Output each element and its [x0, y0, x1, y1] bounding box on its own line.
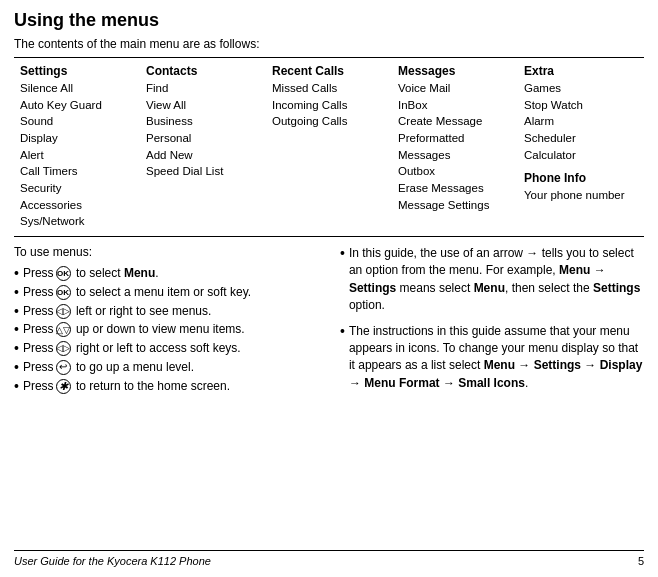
list-item: • Press ↩ to go up a menu level.: [14, 359, 318, 376]
settings-item: Security: [20, 180, 134, 197]
page-title: Using the menus: [14, 10, 644, 31]
messages-item: InBox: [398, 97, 512, 114]
messages-item: Erase Messages: [398, 180, 512, 197]
footer-left-text: User Guide for the Kyocera K112 Phone: [14, 555, 211, 567]
extra-item: Games: [524, 80, 638, 97]
action-text: to select a menu item or soft key.: [73, 284, 252, 301]
to-use-menus-label: To use menus:: [14, 245, 318, 259]
subtitle: The contents of the main menu are as fol…: [14, 37, 644, 51]
bullet-symbol: •: [14, 378, 19, 395]
contacts-item: Speed Dial List: [146, 163, 260, 180]
nav-ud-icon: △▽: [56, 322, 71, 337]
recent-calls-item: Outgoing Calls: [272, 113, 386, 130]
action-text: to return to the home screen.: [73, 378, 230, 395]
bullet-symbol: •: [340, 245, 345, 262]
bullet-symbol: •: [14, 340, 19, 357]
list-item-content: Press OK to select Menu.: [23, 265, 159, 282]
contacts-header: Contacts: [146, 64, 260, 78]
menu-col-contacts: Contacts Find View All Business Personal…: [140, 64, 266, 230]
phone-info-item: Your phone number: [524, 187, 638, 204]
settings-header: Settings: [20, 64, 134, 78]
right-bullet-list: • In this guide, the use of an arrow → t…: [340, 245, 644, 392]
list-item-content: Press OK to select a menu item or soft k…: [23, 284, 251, 301]
list-item-content: Press ◁▷ left or right to see menus.: [23, 303, 211, 320]
bullet-symbol: •: [14, 265, 19, 282]
messages-header: Messages: [398, 64, 512, 78]
action-text: up or down to view menu items.: [73, 321, 245, 338]
settings-item: Accessories: [20, 197, 134, 214]
press-label: Press: [23, 321, 54, 338]
footer-bar: User Guide for the Kyocera K112 Phone 5: [14, 550, 644, 567]
main-content: To use menus: • Press OK to select Menu.…: [14, 245, 644, 550]
list-item: • Press OK to select a menu item or soft…: [14, 284, 318, 301]
bullet-symbol: •: [14, 284, 19, 301]
bullet-list: • Press OK to select Menu. • Press OK to…: [14, 265, 318, 395]
settings-item: Display: [20, 130, 134, 147]
ok-icon: OK: [56, 266, 71, 281]
recent-calls-header: Recent Calls: [272, 64, 386, 78]
contacts-item: Personal: [146, 130, 260, 147]
messages-item: Preformatted Messages: [398, 130, 512, 163]
messages-item: Create Message: [398, 113, 512, 130]
extra-header: Extra: [524, 64, 638, 78]
press-label: Press: [23, 303, 54, 320]
footer-page-number: 5: [638, 555, 644, 567]
bullet-symbol: •: [14, 359, 19, 376]
settings-item: Alert: [20, 147, 134, 164]
list-item-content: Press ↩ to go up a menu level.: [23, 359, 194, 376]
settings-item: Call Timers: [20, 163, 134, 180]
list-item: • Press △▽ up or down to view menu items…: [14, 321, 318, 338]
press-label: Press: [23, 284, 54, 301]
phone-info-header: Phone Info: [524, 171, 638, 185]
list-item-content: Press ✱ to return to the home screen.: [23, 378, 230, 395]
menu-col-extra: Extra Games Stop Watch Alarm Scheduler C…: [518, 64, 644, 230]
settings-item: Sys/Network: [20, 213, 134, 230]
action-text: right or left to access soft keys.: [73, 340, 241, 357]
list-item-content: Press ◁▷ right or left to access soft ke…: [23, 340, 241, 357]
bullet-symbol: •: [14, 321, 19, 338]
extra-item: Calculator: [524, 147, 638, 164]
contacts-item: View All: [146, 97, 260, 114]
settings-item: Silence All: [20, 80, 134, 97]
contacts-item: Business: [146, 113, 260, 130]
press-label: Press: [23, 378, 54, 395]
extra-item: Scheduler: [524, 130, 638, 147]
right-list-item: • In this guide, the use of an arrow → t…: [340, 245, 644, 315]
settings-item: Auto Key Guard: [20, 97, 134, 114]
menu-table: Settings Silence All Auto Key Guard Soun…: [14, 57, 644, 237]
recent-calls-item: Missed Calls: [272, 80, 386, 97]
bullet-symbol: •: [340, 323, 345, 340]
settings-bold: Settings: [593, 281, 640, 295]
action-text: to go up a menu level.: [73, 359, 194, 376]
right-list-item: • The instructions in this guide assume …: [340, 323, 644, 393]
menu-bold2: Menu: [474, 281, 505, 295]
menu-path-bold: Menu → Settings → Display → Menu Format …: [349, 358, 642, 389]
messages-item: Outbox: [398, 163, 512, 180]
menu-col-settings: Settings Silence All Auto Key Guard Soun…: [14, 64, 140, 230]
list-item: • Press ✱ to return to the home screen.: [14, 378, 318, 395]
menu-col-messages: Messages Voice Mail InBox Create Message…: [392, 64, 518, 230]
extra-item: Alarm: [524, 113, 638, 130]
page: Using the menus The contents of the main…: [0, 0, 658, 577]
right-item-text2: The instructions in this guide assume th…: [349, 323, 644, 393]
menu-col-recent-calls: Recent Calls Missed Calls Incoming Calls…: [266, 64, 392, 230]
nav-lr-icon: ◁▷: [56, 304, 71, 319]
menu-bold: Menu: [124, 266, 155, 280]
press-label: Press: [23, 265, 54, 282]
recent-calls-item: Incoming Calls: [272, 97, 386, 114]
list-item: • Press OK to select Menu.: [14, 265, 318, 282]
contacts-item: Add New: [146, 147, 260, 164]
messages-item: Voice Mail: [398, 80, 512, 97]
contacts-item: Find: [146, 80, 260, 97]
list-item-content: Press △▽ up or down to view menu items.: [23, 321, 245, 338]
nav-lr2-icon: ◁▷: [56, 341, 71, 356]
home-icon: ✱: [56, 379, 71, 394]
list-item: • Press ◁▷ right or left to access soft …: [14, 340, 318, 357]
right-item-text: In this guide, the use of an arrow → tel…: [349, 245, 644, 315]
messages-item: Message Settings: [398, 197, 512, 214]
settings-item: Sound: [20, 113, 134, 130]
right-column: • In this guide, the use of an arrow → t…: [336, 245, 644, 550]
list-item: • Press ◁▷ left or right to see menus.: [14, 303, 318, 320]
left-column: To use menus: • Press OK to select Menu.…: [14, 245, 326, 550]
press-label: Press: [23, 340, 54, 357]
